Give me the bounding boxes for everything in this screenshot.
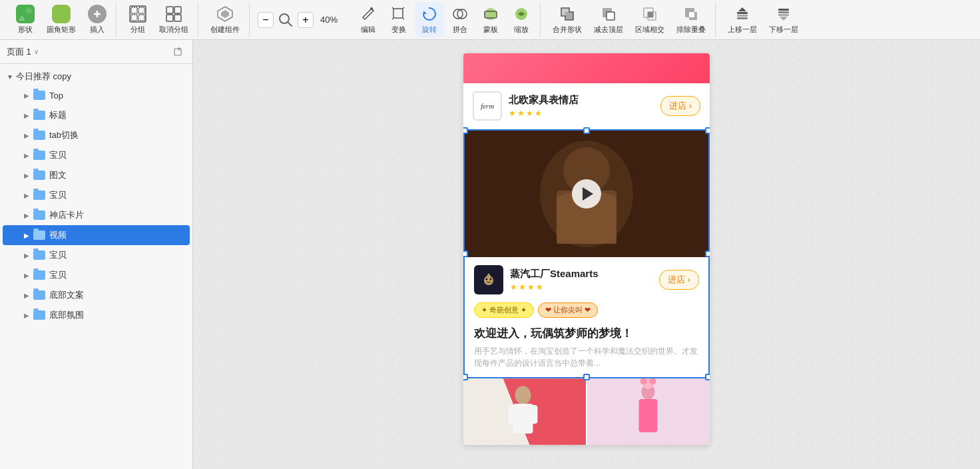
mask-button[interactable]: 蒙板 [476,2,505,37]
sidebar-item-top[interactable]: ▶ Top [3,85,190,105]
selection-handle-bl[interactable] [463,374,468,380]
item-label: 底部氛围 [49,309,84,321]
svg-rect-10 [138,15,144,21]
sidebar: 页面 1 ∨ ▼ 今日推荐 copy ▶ Top ▶ [0,40,193,469]
zoom-out-button[interactable]: − [258,12,274,28]
sidebar-item-footer-bg[interactable]: ▶ 底部氛围 [3,305,190,325]
item-arrow-icon: ▶ [24,92,29,99]
sidebar-item-imgtext[interactable]: ▶ 图文 [3,165,190,185]
move-up-button[interactable]: 上移一层 [722,2,762,37]
item-arrow-icon: ▶ [24,112,29,119]
group-actions-group: 分组 取消分组 [119,2,198,37]
svg-rect-15 [174,15,181,21]
rect-tool-button[interactable]: 圆角矩形 [41,2,81,37]
store-info-steamarts: 蒸汽工厂Steamarts ★ ★ ★ ★ [510,268,652,292]
insert-button[interactable]: 插入 [83,2,112,37]
svg-point-20 [370,7,373,10]
selection-handle-tl[interactable] [463,127,468,134]
sidebar-item-goods3[interactable]: ▶ 宝贝 [3,245,190,265]
play-button[interactable] [572,179,601,209]
shape-tool-button[interactable]: 形状 [11,2,40,37]
scale-button[interactable]: 缩放 [507,2,536,37]
page-selector[interactable]: 页面 1 ∨ [7,46,39,58]
page-arrow-icon: ∨ [34,48,39,55]
store-card-ferm: ferm 北欧家具表情店 ★ ★ ★ ★ 进店 › [463,83,710,129]
svg-rect-40 [737,12,748,14]
sidebar-item-tab[interactable]: ▶ tab切换 [3,125,190,145]
sidebar-item-title[interactable]: ▶ 标题 [3,105,190,125]
bottom-image-right [587,378,710,445]
transform-icon [389,5,408,23]
group-icon [128,5,147,23]
item-label: 宝贝 [49,149,67,161]
combine-icon [451,5,469,23]
sidebar-item-store-card[interactable]: ▶ 神店卡片 [3,205,190,225]
store-enter-button-ferm[interactable]: 进店 › [660,96,700,116]
sidebar-icons [171,45,186,59]
toolbar: 形状 圆角矩形 插入 [0,0,980,40]
ungroup-icon [164,5,183,23]
selection-handle-tm[interactable] [583,127,590,134]
item-label: 宝贝 [49,189,67,201]
move-up-icon [733,5,752,23]
item-arrow-icon: ▶ [24,192,29,199]
bottom-image-left [463,378,586,445]
move-up-label: 上移一层 [728,25,757,35]
folder-icon [33,151,45,160]
intersect-button[interactable]: 区域相交 [630,2,670,37]
svg-rect-21 [393,9,403,18]
selection-handle-tr[interactable] [705,127,710,134]
item-label: tab切换 [49,129,79,141]
svg-marker-41 [738,7,746,11]
ungroup-button[interactable]: 取消分组 [154,2,194,37]
selection-handle-rm[interactable] [705,250,710,257]
create-component-button[interactable]: 创建组件 [205,2,245,37]
svg-rect-31 [607,12,614,20]
merge-shapes-button[interactable]: 合并形状 [547,2,587,37]
svg-rect-62 [509,405,518,425]
folder-icon [33,91,45,100]
item-label: 宝贝 [49,249,67,261]
intersect-icon [640,5,659,23]
star-icon: ★ [509,109,516,118]
sidebar-header: 页面 1 ∨ [0,40,192,64]
star-icon: ★ [527,282,535,292]
store-desc-text: 用手艺与情怀，在淘宝创造了一个科学和魔法交织的世界。才发现每件产品的设计语言当中… [465,345,708,377]
sidebar-item-goods4[interactable]: ▶ 宝贝 [3,265,190,285]
svg-rect-8 [138,7,144,13]
sidebar-item-goods2[interactable]: ▶ 宝贝 [3,185,190,205]
subtract-button[interactable]: 减去顶层 [589,2,628,37]
rotate-button[interactable]: 旋转 [415,2,444,37]
transform-button[interactable]: 变换 [384,2,413,37]
edit-button[interactable]: 编辑 [354,2,383,37]
svg-rect-13 [174,7,181,13]
svg-rect-66 [639,399,658,432]
page-label: 页面 1 [7,46,31,58]
selection-handle-lm[interactable] [463,250,468,257]
item-label: 视频 [49,229,67,241]
svg-rect-9 [131,15,137,21]
edit-label: 编辑 [361,25,375,35]
tree-root-item[interactable]: ▼ 今日推荐 copy [0,68,192,85]
selection-handle-bm[interactable] [583,374,590,380]
combine-button[interactable]: 拼合 [445,2,475,37]
selection-handle-br[interactable] [705,374,710,380]
folder-icon [33,191,45,200]
move-down-label: 下移一层 [769,25,798,35]
move-down-button[interactable]: 下移一层 [764,2,804,37]
svg-rect-3 [55,9,68,19]
zoom-in-button[interactable]: + [298,12,314,28]
group-button[interactable]: 分组 [123,2,152,37]
merge-shapes-icon [558,5,577,23]
add-page-button[interactable] [171,45,186,59]
sidebar-item-goods1[interactable]: ▶ 宝贝 [3,145,190,165]
sidebar-item-footer-text[interactable]: ▶ 底部文案 [3,285,190,305]
rotate-label: 旋转 [422,25,437,35]
item-label: 底部文案 [49,289,84,301]
folder-icon [33,211,45,220]
store-enter-button-steamarts[interactable]: 进店 › [659,270,699,290]
exclude-button[interactable]: 排除重叠 [671,2,711,37]
mask-icon [481,5,500,23]
root-arrow-icon: ▼ [7,73,13,81]
sidebar-item-video[interactable]: ▶ 视频 [3,225,190,245]
